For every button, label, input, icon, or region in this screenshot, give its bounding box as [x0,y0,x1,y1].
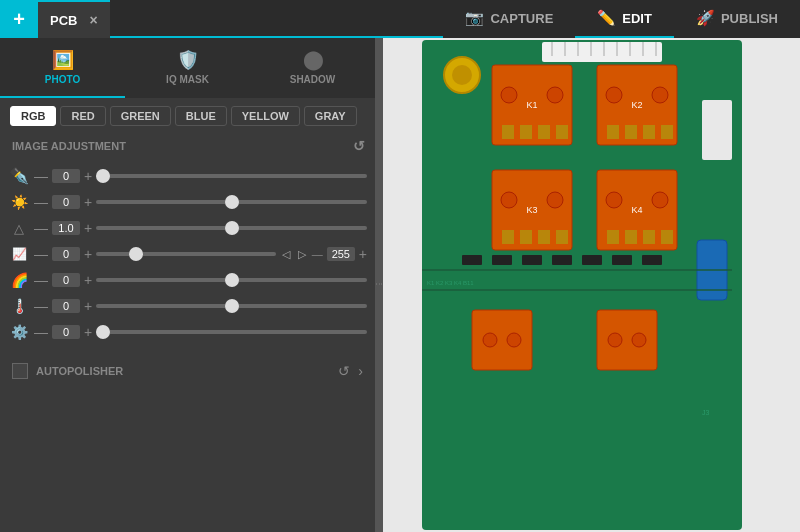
camera-icon: 📷 [465,9,484,27]
svg-rect-18 [520,125,532,139]
curves-value-right[interactable] [327,247,355,261]
svg-text:K1    K2    K3   K4  B11: K1 K2 K3 K4 B11 [427,280,474,286]
channel-gray[interactable]: GRAY [304,106,357,126]
curves-dash: — [312,248,323,260]
edit-label: EDIT [622,11,652,26]
contrast-minus[interactable]: — [34,220,48,236]
pcb-tab[interactable]: PCB × [38,0,110,38]
slider-curves: 📈 — + ◁ ▷ — + [0,241,375,267]
reset-adjustment-button[interactable]: ↺ [353,138,365,154]
temperature-plus[interactable]: + [84,298,92,314]
curves-minus[interactable]: — [34,246,48,262]
channel-bar: RGB RED GREEN BLUE YELLOW GRAY [0,98,375,134]
sliders-area: ✒️ — + ☀️ — + △ — [0,158,375,349]
tab-shadow[interactable]: ⬤ SHADOW [250,38,375,98]
brightness-slider[interactable] [96,200,367,204]
slider-brightness: ☀️ — + [0,189,375,215]
svg-point-58 [507,333,521,347]
svg-rect-52 [612,255,632,265]
svg-rect-42 [607,230,619,244]
levels-icon: ✒️ [8,166,30,185]
vignette-value[interactable] [52,325,80,339]
svg-rect-28 [661,125,673,139]
slider-temperature: 🌡️ — + [0,293,375,319]
channel-yellow[interactable]: YELLOW [231,106,300,126]
image-adjustment-header: IMAGE ADJUSTMENT ↺ [0,134,375,158]
svg-point-12 [452,65,472,85]
tab-photo[interactable]: 🖼️ PHOTO [0,38,125,98]
contrast-plus[interactable]: + [84,220,92,236]
svg-rect-20 [556,125,568,139]
temperature-value[interactable] [52,299,80,313]
curves-plus[interactable]: + [84,246,92,262]
panel-tabs: 🖼️ PHOTO 🛡️ IQ MASK ⬤ SHADOW [0,38,375,98]
temperature-slider[interactable] [96,304,367,308]
photo-icon: 🖼️ [52,49,74,71]
contrast-slider-wrap [96,219,367,237]
iq-mask-label: IQ MASK [166,74,209,85]
channel-red[interactable]: RED [60,106,105,126]
image-adjustment-label: IMAGE ADJUSTMENT [12,140,126,152]
vignette-minus[interactable]: — [34,324,48,340]
levels-value[interactable] [52,169,80,183]
hue-value[interactable] [52,273,80,287]
hue-minus[interactable]: — [34,272,48,288]
contrast-value[interactable] [52,221,80,235]
hue-slider[interactable] [96,278,367,282]
svg-point-41 [652,192,668,208]
channel-rgb[interactable]: RGB [10,106,56,126]
shadow-label: SHADOW [290,74,336,85]
contrast-slider[interactable] [96,226,367,230]
brightness-minus[interactable]: — [34,194,48,210]
svg-rect-34 [502,230,514,244]
tab-iq-mask[interactable]: 🛡️ IQ MASK [125,38,250,98]
levels-slider[interactable] [96,174,367,178]
levels-plus[interactable]: + [84,168,92,184]
svg-rect-26 [625,125,637,139]
close-tab-button[interactable]: × [89,12,97,28]
autopolisher-expand-button[interactable]: › [358,363,363,379]
temperature-icon: 🌡️ [8,298,30,314]
iq-mask-icon: 🛡️ [177,49,199,71]
svg-rect-51 [582,255,602,265]
levels-slider-wrap [96,167,367,185]
pcb-board-image: K1 K2 K3 [402,40,782,530]
temperature-slider-wrap [96,297,367,315]
brightness-value[interactable] [52,195,80,209]
svg-point-32 [501,192,517,208]
brightness-icon: ☀️ [8,194,30,210]
slider-vignette: ⚙️ — + [0,319,375,345]
levels-minus[interactable]: — [34,168,48,184]
autopolisher-reset-button[interactable]: ↺ [338,363,350,379]
svg-point-33 [547,192,563,208]
svg-point-61 [632,333,646,347]
svg-text:J3: J3 [702,409,710,416]
curves-value-left[interactable] [52,247,80,261]
brightness-slider-wrap [96,193,367,211]
hue-plus[interactable]: + [84,272,92,288]
top-bar: + PCB × 📷 CAPTURE ✏️ EDIT 🚀 PUBLISH [0,0,800,38]
channel-blue[interactable]: BLUE [175,106,227,126]
channel-green[interactable]: GREEN [110,106,171,126]
svg-rect-27 [643,125,655,139]
tab-publish[interactable]: 🚀 PUBLISH [674,0,800,38]
add-tab-button[interactable]: + [0,0,38,38]
panel-divider[interactable]: ⋮ [375,38,383,532]
tab-edit[interactable]: ✏️ EDIT [575,0,674,38]
curves-plus2[interactable]: + [359,246,367,262]
right-panel: K1 K2 K3 [383,38,800,532]
vignette-plus[interactable]: + [84,324,92,340]
pcb-tab-label: PCB [50,13,77,28]
curves-slider-left[interactable] [96,252,276,256]
autopolisher-checkbox[interactable] [12,363,28,379]
brightness-plus[interactable]: + [84,194,92,210]
tab-capture[interactable]: 📷 CAPTURE [443,0,575,38]
svg-point-60 [608,333,622,347]
capture-label: CAPTURE [490,11,553,26]
vignette-slider[interactable] [96,330,367,334]
publish-label: PUBLISH [721,11,778,26]
edit-icon: ✏️ [597,9,616,27]
temperature-minus[interactable]: — [34,298,48,314]
svg-text:K1: K1 [526,100,537,110]
autopolisher-row: AUTOPOLISHER ↺ › [0,353,375,389]
